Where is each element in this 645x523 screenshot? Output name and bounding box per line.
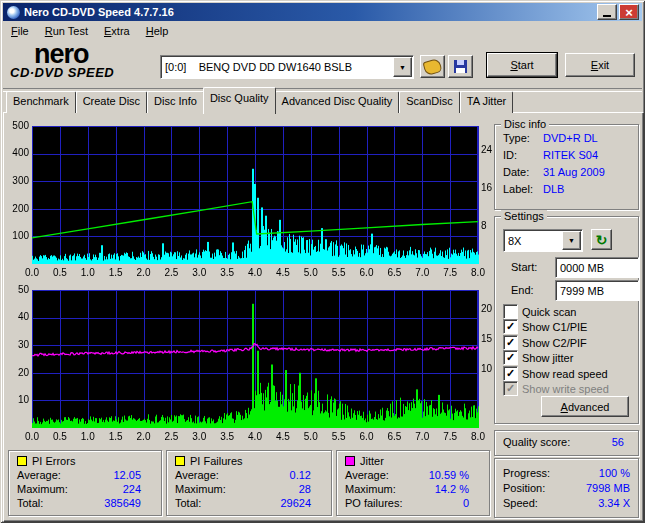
stat-label: Average: [175,469,247,481]
title-bar: Nero CD-DVD Speed 4.7.7.16 [3,3,642,21]
stat-value: 28 [247,483,311,495]
disc-info-value: DVD+R DL [543,132,598,144]
stat-value: 385649 [89,497,141,509]
stat-value: 12.05 [89,469,141,481]
progress-label: Position: [503,482,545,494]
refresh-icon [596,233,608,247]
start-button[interactable]: Start [487,53,557,77]
disc-info-value: DLB [543,183,564,195]
stat-row-maximum: Maximum:14.2 % [337,483,489,495]
checkbox-box[interactable]: ✓ [503,366,518,381]
stats-panel-jitter: JitterAverage:10.59 %Maximum:14.2 %PO fa… [336,450,490,516]
tab-disc-info[interactable]: Disc Info [147,91,204,113]
refresh-button[interactable] [591,229,612,250]
advanced-button-label: Advanced [542,397,628,418]
titlebar-buttons [597,4,639,20]
start-position-field[interactable]: 0000 MB [555,257,639,278]
stat-row-maximum: Maximum:28 [167,483,331,495]
checkbox-label: Show jitter [522,352,573,364]
stat-row-maximum: Maximum:224 [9,483,161,495]
stat-label: PO failures: [345,497,417,509]
settings-group-title: Settings [501,210,547,222]
disc-info-label: Date: [503,166,543,178]
stat-row-total: Total:29624 [167,497,331,509]
nero-logo-subtext: CD·DVD SPEED [10,65,160,80]
disc-info-row-id: ID:RITEK S04 [503,149,598,161]
settings-group: Settings 8X Start: 0000 MB End: 7999 MB … [494,216,639,424]
progress-label: Speed: [503,497,538,509]
progress-row-progress: Progress:100 % [503,467,630,479]
stat-row-average: Average:10.59 % [337,469,489,481]
minimize-icon [603,15,611,17]
disc-info-label: Label: [503,183,543,195]
tab-benchmark[interactable]: Benchmark [6,91,76,113]
tab-strip: BenchmarkCreate DiscDisc InfoDisc Qualit… [6,92,513,113]
checkbox-label: Quick scan [522,306,576,318]
scan-speed-select[interactable]: 8X [503,229,583,252]
exit-button[interactable]: Exit [565,53,635,77]
checkbox-show-write-speed[interactable]: ✓Show write speed [503,381,609,396]
start-position-label: Start: [511,261,537,273]
legend-square-icon [345,456,355,466]
checkbox-show-jitter[interactable]: ✓Show jitter [503,350,573,365]
disc-info-label: Type: [503,132,543,144]
exit-button-label: Exit [566,55,634,76]
stat-row-po-failures: PO failures:0 [337,497,489,509]
end-position-field[interactable]: 7999 MB [555,280,639,301]
disc-info-group: Disc info Type:DVD+R DLID:RITEK S04Date:… [494,124,639,210]
disc-info-value: 31 Aug 2009 [543,166,605,178]
tab-disc-quality[interactable]: Disc Quality [203,87,276,114]
menu-help[interactable]: Help [138,23,177,39]
stat-row-average: Average:12.05 [9,469,161,481]
tab-advanced-disc-quality[interactable]: Advanced Disc Quality [275,91,400,113]
tab-scandisc[interactable]: ScanDisc [399,91,459,113]
end-position-label: End: [511,284,534,296]
eject-hand-button[interactable] [420,55,445,78]
disc-info-row-type: Type:DVD+R DL [503,132,598,144]
checkbox-box[interactable]: ✓ [503,381,518,396]
checkbox-show-read-speed[interactable]: ✓Show read speed [503,366,608,381]
menu-bar: FileRun TestExtraHelp [3,21,642,40]
disc-info-label: ID: [503,149,543,161]
stats-panel-title: Jitter [360,455,384,467]
tab-create-disc[interactable]: Create Disc [76,91,147,113]
stats-panel-pi-failures: PI FailuresAverage:0.12Maximum:28Total:2… [166,450,332,516]
progress-value: 3.34 X [598,497,630,509]
checkbox-show-c1-pie[interactable]: ✓Show C1/PIE [503,319,587,334]
dropdown-arrow-icon[interactable] [562,231,581,250]
drive-select[interactable]: [0:0] BENQ DVD DD DW1640 BSLB [160,55,414,79]
disc-info-value: RITEK S04 [543,149,598,161]
checkbox-label: Show write speed [522,383,609,395]
dropdown-arrow-icon[interactable] [393,57,412,77]
quality-score-box: Quality score: 56 [494,430,639,456]
checkbox-box[interactable] [503,304,518,319]
progress-row-position: Position:7998 MB [503,482,630,494]
menu-extra[interactable]: Extra [96,23,138,39]
disc-info-group-title: Disc info [501,118,549,130]
menu-file[interactable]: File [3,23,37,39]
legend-square-icon [17,456,27,466]
hand-icon [422,58,442,76]
scan-speed-value: 8X [504,235,561,247]
close-button[interactable] [619,4,639,20]
tab-ta-jitter[interactable]: TA Jitter [460,91,514,113]
minimize-button[interactable] [597,4,617,20]
advanced-button[interactable]: Advanced [541,396,629,417]
app-icon [7,6,20,19]
pi-failures-jitter-chart [8,282,494,446]
disc-info-row-date: Date:31 Aug 2009 [503,166,605,178]
checkbox-show-c2-pif[interactable]: ✓Show C2/PIF [503,335,587,350]
checkbox-box[interactable]: ✓ [503,335,518,350]
quality-score-value: 56 [612,436,624,448]
menu-run-test[interactable]: Run Test [37,23,96,39]
checkbox-box[interactable]: ✓ [503,319,518,334]
stat-value: 14.2 % [417,483,469,495]
stat-row-average: Average:0.12 [167,469,331,481]
checkbox-label: Show C2/PIF [522,337,587,349]
checkbox-quick-scan[interactable]: Quick scan [503,304,576,319]
save-button[interactable] [448,55,473,78]
stat-value: 0.12 [247,469,311,481]
checkbox-label: Show read speed [522,368,608,380]
checkbox-box[interactable]: ✓ [503,350,518,365]
stat-label: Maximum: [17,483,89,495]
